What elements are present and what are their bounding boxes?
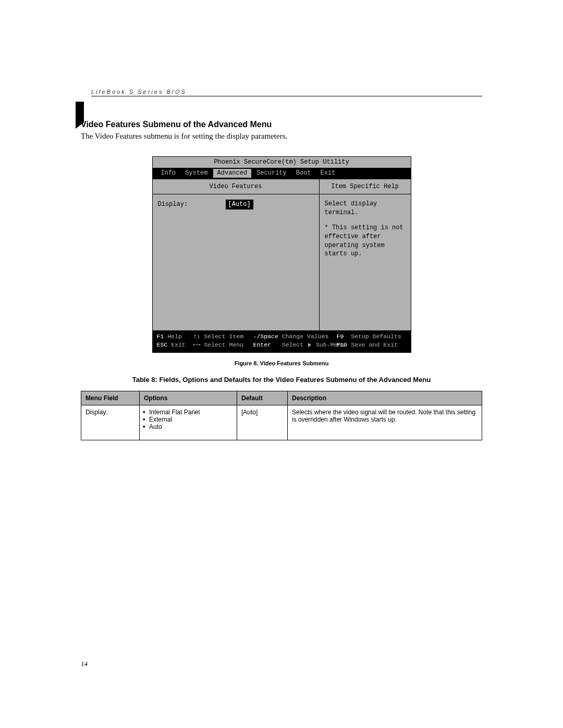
bios-main-panel: Video Features Display: [Auto] xyxy=(153,179,320,330)
bios-help-note: * This setting is not effective after op… xyxy=(325,224,406,258)
bios-tab-advanced[interactable]: Advanced xyxy=(213,169,252,178)
running-header: LifeBook S Series BIOS xyxy=(91,89,482,96)
bios-help-title: Item Specific Help xyxy=(320,179,411,195)
bios-select-menu-label: Select Menu xyxy=(204,341,243,348)
header-flag-ornament xyxy=(76,102,84,122)
bios-key-f10: F10 xyxy=(337,341,348,348)
bios-key-f9: F9 xyxy=(337,333,344,340)
bios-key-f1-label: Help xyxy=(167,333,182,340)
table-row: Display: Internal Flat Panel External Au… xyxy=(81,405,482,440)
bios-key-enter: Enter xyxy=(253,341,272,348)
bios-submenu-title: Video Features xyxy=(153,179,319,195)
bios-help-panel: Item Specific Help Select display termin… xyxy=(320,179,411,330)
section-heading: Video Features Submenu of the Advanced M… xyxy=(81,120,482,129)
arrows-leftright-icon: ←→ xyxy=(193,341,201,348)
bios-exit-label: Exit xyxy=(171,341,186,348)
th-description: Description xyxy=(288,391,482,405)
page-number: 14 xyxy=(81,660,88,668)
bios-setting-value[interactable]: [Auto] xyxy=(226,200,253,209)
bios-tab-exit[interactable]: Exit xyxy=(316,169,340,178)
bios-title-bar: Phoenix SecureCore(tm) Setup Utility xyxy=(153,157,411,168)
cell-default: [Auto] xyxy=(237,405,288,440)
arrows-updown-icon: ↑↓ xyxy=(193,333,201,340)
cell-description: Selects where the video signal will be r… xyxy=(288,405,482,440)
bios-setup-defaults-label: Setup Defaults xyxy=(351,333,401,340)
bios-tab-security[interactable]: Security xyxy=(252,169,291,178)
bios-setting-display[interactable]: Display: [Auto] xyxy=(158,200,314,209)
bios-tab-bar: Info System Advanced Security Boot Exit xyxy=(153,168,411,179)
bios-tab-system[interactable]: System xyxy=(181,169,212,178)
intro-paragraph: The Video Features submenu is for settin… xyxy=(81,132,482,141)
th-menu-field: Menu Field xyxy=(81,391,140,405)
bios-key-f1: F1 xyxy=(157,333,164,340)
bios-save-exit-label: Save and Exit xyxy=(351,341,398,348)
option-item: External xyxy=(143,416,232,423)
bios-footer: F1 Help ↑↓ Select Item -/Space Change Va… xyxy=(153,330,411,352)
bios-key-esc: ESC xyxy=(157,341,168,348)
table-caption: Table 8: Fields, Options and Defaults fo… xyxy=(81,376,482,384)
figure-caption: Figure 8. Video Features Submenu xyxy=(81,360,482,366)
bios-select-item-label: Select Item xyxy=(204,333,243,340)
cell-options: Internal Flat Panel External Auto xyxy=(140,405,237,440)
bios-help-line1: Select display terminal. xyxy=(325,200,406,217)
fields-table: Menu Field Options Default Description D… xyxy=(81,391,482,440)
bios-tab-boot[interactable]: Boot xyxy=(292,169,315,178)
bios-tab-info[interactable]: Info xyxy=(157,169,180,178)
bios-select-label: Select xyxy=(282,341,303,348)
bios-setting-label: Display: xyxy=(158,200,226,209)
option-item: Auto xyxy=(143,423,232,430)
th-default: Default xyxy=(237,391,288,405)
bios-screenshot: Phoenix SecureCore(tm) Setup Utility Inf… xyxy=(152,156,411,353)
option-item: Internal Flat Panel xyxy=(143,409,232,416)
cell-menu-field: Display: xyxy=(81,405,140,440)
table-header-row: Menu Field Options Default Description xyxy=(81,391,482,405)
th-options: Options xyxy=(140,391,237,405)
bios-change-values-label: Change Values xyxy=(282,333,329,340)
triangle-right-icon xyxy=(308,343,311,347)
bios-key-minus-space: -/Space xyxy=(253,333,278,340)
